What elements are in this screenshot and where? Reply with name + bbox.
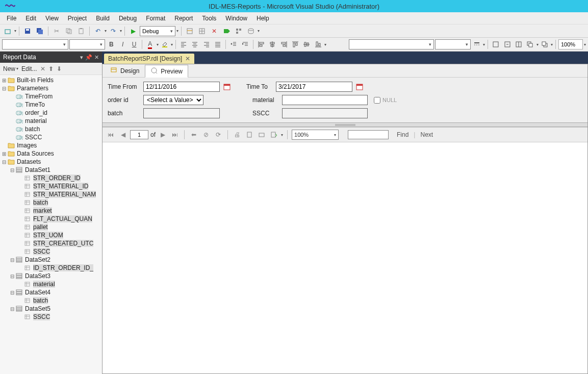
back-parent-icon[interactable]: ⬅ <box>189 130 199 140</box>
config-dropdown-arrow[interactable]: ▾ <box>176 29 178 33</box>
layout-align-middle-icon[interactable] <box>301 39 312 50</box>
undo-icon[interactable]: ↶ <box>92 26 104 37</box>
report-group-icon[interactable] <box>233 26 244 37</box>
align-center-icon[interactable] <box>190 39 200 50</box>
tree-field-str_material_id[interactable]: STR_MATERIAL_ID <box>0 182 102 190</box>
redo-icon[interactable]: ↷ <box>108 26 119 37</box>
bold-icon[interactable]: B <box>106 39 116 50</box>
menu-build[interactable]: Build <box>91 14 114 23</box>
tree-field-batch[interactable]: batch <box>0 198 102 207</box>
align-overflow[interactable]: ▾ <box>324 42 326 47</box>
panel-delete-icon[interactable]: ✕ <box>40 65 45 72</box>
start-icon[interactable]: ▶ <box>127 26 139 37</box>
tree-field-str_created_utc[interactable]: STR_CREATED_UTC <box>0 239 102 247</box>
page-number-input[interactable] <box>130 130 148 139</box>
border-all-icon[interactable] <box>491 39 501 50</box>
close-icon[interactable]: ✕ <box>185 55 190 62</box>
tree-toggle-icon[interactable]: ⊞ <box>1 78 7 83</box>
font-family-combo[interactable]: ▾ <box>2 39 68 49</box>
refresh-icon[interactable]: ⟳ <box>213 130 223 140</box>
export-icon[interactable] <box>269 130 279 140</box>
report-data-tree[interactable]: ⊞Built-in Fields⊟Parameters[@]TimeFrom[@… <box>0 75 102 374</box>
layout-align-right-icon[interactable] <box>278 39 289 50</box>
fill-color-icon[interactable] <box>160 39 170 50</box>
merge-cells-icon[interactable] <box>502 39 513 50</box>
calendar-icon[interactable] <box>355 83 364 91</box>
tree-param-sscc[interactable]: [@]SSCC <box>0 133 102 141</box>
prev-page-icon[interactable]: ◀ <box>118 130 128 140</box>
tree-param-batch[interactable]: [@]batch <box>0 125 102 133</box>
tree-param-timeto[interactable]: [@]TimeTo <box>0 101 102 109</box>
panel-close-icon[interactable]: ✕ <box>94 54 99 61</box>
menu-debug[interactable]: Debug <box>114 14 141 23</box>
param-sscc-input[interactable] <box>282 108 368 118</box>
param-material-input[interactable] <box>282 95 368 105</box>
layout-combo-a[interactable]: ▾ <box>349 39 434 49</box>
send-back-icon[interactable] <box>540 39 550 50</box>
next-page-icon[interactable]: ▶ <box>158 130 168 140</box>
save-all-icon[interactable] <box>34 26 45 37</box>
subtab-design[interactable]: Design <box>105 64 145 77</box>
tree-toggle-icon[interactable]: ⊟ <box>9 257 15 263</box>
save-icon[interactable] <box>22 26 33 37</box>
order-dropdown[interactable]: ▾ <box>536 42 539 47</box>
menu-format[interactable]: Format <box>141 14 170 23</box>
split-cells-icon[interactable] <box>514 39 524 50</box>
layout-align-bottom-icon[interactable] <box>313 39 323 50</box>
layout-combo-b[interactable]: ▾ <box>435 39 471 49</box>
underline-icon[interactable]: U <box>129 39 139 50</box>
toolbar-overflow-arrow[interactable]: ▾ <box>258 29 260 33</box>
menu-help[interactable]: Help <box>252 14 274 23</box>
menu-file[interactable]: File <box>2 14 21 23</box>
report-grid-icon[interactable] <box>196 26 208 37</box>
tree-builtin-fields[interactable]: ⊞Built-in Fields <box>0 76 102 84</box>
tree-dataset2[interactable]: ⊟DataSet2 <box>0 256 102 264</box>
order-dropdown2[interactable]: ▾ <box>551 42 553 47</box>
align-left-icon[interactable] <box>178 39 189 50</box>
panel-new-button[interactable]: New ▾ <box>3 65 18 72</box>
tree-field-str_uom[interactable]: STR_UOM <box>0 231 102 239</box>
layout-align-center-icon[interactable] <box>267 39 277 50</box>
redo-dropdown-arrow[interactable]: ▾ <box>120 29 122 33</box>
report-ruler-icon[interactable]: ✕ <box>209 26 220 37</box>
param-timeto-input[interactable] <box>276 82 352 92</box>
tree-field-sscc[interactable]: SSCC <box>0 313 102 321</box>
find-next-button[interactable]: Next <box>420 131 433 138</box>
print-icon[interactable]: 🖨 <box>232 130 242 140</box>
font-color-dropdown[interactable]: ▾ <box>157 42 159 47</box>
tree-dataset3[interactable]: ⊟DataSet3 <box>0 272 102 280</box>
export-dropdown[interactable]: ▾ <box>281 133 283 137</box>
paste-icon[interactable] <box>75 26 87 37</box>
tree-field-pallet[interactable]: pallet <box>0 223 102 231</box>
menu-tools[interactable]: Tools <box>197 14 221 23</box>
tree-field-str_material_nam[interactable]: STR_MATERIAL_NAM <box>0 190 102 198</box>
tree-toggle-icon[interactable]: ⊟ <box>1 86 7 91</box>
tree-field-material[interactable]: material <box>0 280 102 288</box>
zoom-dropdown[interactable]: ▾ <box>584 42 586 47</box>
stop-icon[interactable]: ⊘ <box>201 130 211 140</box>
calendar-icon[interactable] <box>223 83 231 91</box>
config-combo[interactable]: Debug▾ <box>140 26 175 36</box>
null-checkbox[interactable] <box>374 97 380 104</box>
tree-param-order_id[interactable]: [@]order_id <box>0 109 102 117</box>
param-material-null[interactable]: NULL <box>374 97 397 104</box>
panel-moveup-icon[interactable]: ⬆ <box>48 65 54 72</box>
new-dropdown-arrow[interactable]: ▾ <box>14 29 16 33</box>
splitter-handle[interactable] <box>103 123 587 127</box>
tree-parameters[interactable]: ⊟Parameters <box>0 84 102 92</box>
menu-report[interactable]: Report <box>170 14 197 23</box>
menu-view[interactable]: View <box>41 14 63 23</box>
tree-field-flt_actual_quan[interactable]: FLT_ACTUAL_QUAN <box>0 215 102 223</box>
zoom-input[interactable] <box>558 39 583 49</box>
find-button[interactable]: Find <box>397 131 408 138</box>
tree-field-sscc[interactable]: SSCC <box>0 247 102 256</box>
tree-dataset5[interactable]: ⊟DataSet5 <box>0 305 102 313</box>
report-run-icon[interactable] <box>221 26 232 37</box>
panel-pin-icon[interactable]: 📌 <box>85 54 92 61</box>
align-justify-icon[interactable] <box>213 39 223 50</box>
new-project-icon[interactable] <box>2 26 13 37</box>
bring-forward-icon[interactable] <box>525 39 535 50</box>
tree-field-batch[interactable]: batch <box>0 296 102 305</box>
tree-toggle-icon[interactable]: ⊟ <box>9 167 15 173</box>
tree-field-id_str_order_id_[interactable]: ID_STR_ORDER_ID_ <box>0 264 102 272</box>
